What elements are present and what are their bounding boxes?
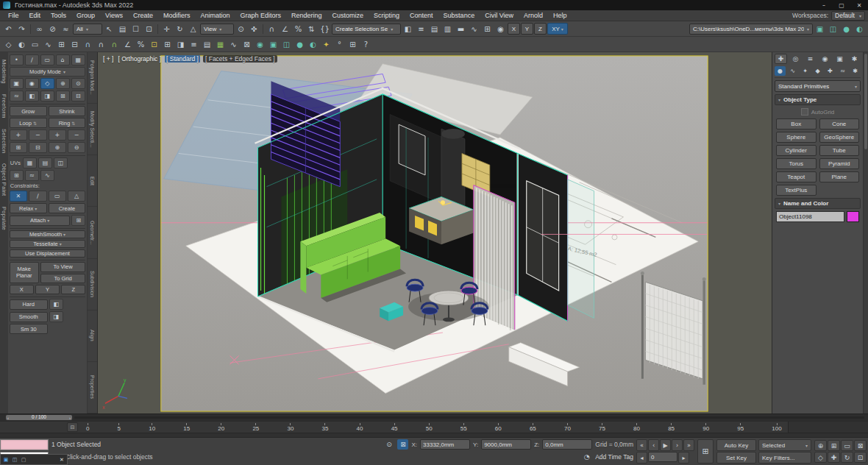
viewport-label-item[interactable]: [ + ] [102,55,114,63]
quick-planar-map-icon[interactable]: ⊞ [10,170,24,181]
frame-tick[interactable]: 30 [287,423,294,432]
primitive-button[interactable]: Sphere [776,132,817,143]
menu-item[interactable]: Content [405,12,438,19]
listener-doc-icon[interactable]: ◫ [11,456,18,464]
category-lights[interactable]: ✦ [800,66,811,76]
frame-tick[interactable]: 60 [495,423,502,432]
spinner-snap-icon[interactable]: ⇅ [305,23,318,35]
modify-mode-dropdown[interactable]: Modify Mode [10,67,86,77]
tab-display[interactable]: ▣ [833,54,846,64]
maximize-viewport-icon[interactable]: ⊡ [854,452,867,463]
name-and-color-rollout[interactable]: Name and Color [775,198,861,209]
relax-uv-icon[interactable]: ∿ [40,170,54,181]
viewport-label-item[interactable]: [ Facets + Edged Faces ] [203,55,277,63]
command-panel-scrollbar[interactable] [863,52,868,413]
menu-item[interactable]: Modifiers [158,12,196,19]
mini-listener-window[interactable]: ▣◫▢ ✕ [0,454,68,465]
isolate-selection-tool-icon[interactable]: ⊡ [148,38,160,50]
hard-button[interactable]: Hard [10,299,48,310]
category-spacewarps[interactable]: ≈ [837,66,848,76]
autogrid-checkbox[interactable] [801,108,808,116]
next-frame-button[interactable]: › [672,439,683,451]
category-helpers[interactable]: ✚ [825,66,836,76]
select-and-move-icon[interactable]: ✛ [160,23,173,35]
category-cameras[interactable]: ◆ [812,66,823,76]
frame-tick[interactable]: 75 [599,423,605,432]
ring-button[interactable]: Ring [49,118,86,128]
maxscript-mini-listener-pink[interactable] [0,439,49,450]
fill-selection-icon[interactable]: ⊖ [68,142,85,153]
edged-faces-icon[interactable]: ⊞ [56,90,70,102]
subobject-element-icon[interactable]: ▦ [71,54,85,65]
make-planar-button[interactable]: Make Planar [10,262,39,283]
menu-item[interactable]: Customize [327,12,369,19]
named-selection-set-combo[interactable]: Create Selection Se [332,24,401,35]
ribbon-section-label[interactable]: Geometr... [88,207,97,258]
menu-item[interactable]: Edit [24,12,46,19]
zoom-icon[interactable]: ⊕ [814,440,827,451]
align-tool-icon[interactable]: ≡ [188,38,200,50]
frame-tick[interactable]: 80 [633,423,640,432]
percent-snap-toggle-icon[interactable]: % [135,38,147,50]
menu-item[interactable]: File [3,12,24,19]
object-color-swatch[interactable] [847,211,859,222]
pan-icon[interactable]: ✚ [828,452,840,463]
time-slider-groove[interactable] [74,416,864,419]
ribbon-tab[interactable]: Populate [1,207,7,230]
frame-tick[interactable]: 95 [737,423,744,432]
select-and-rotate-icon[interactable]: ↻ [174,23,186,35]
window-crossing-icon[interactable]: ⊡ [143,23,155,35]
workspaces-combo[interactable]: Default [831,11,865,21]
viewport-label-item[interactable]: [ Standard ] [165,55,200,63]
select-and-manipulate-icon[interactable]: ✜ [248,23,260,35]
clip-selection-icon[interactable]: ⊟ [71,90,85,102]
to-grid-button[interactable]: To Grid [40,274,86,284]
ribbon-tab[interactable]: Freeform [1,94,7,118]
frame-tick[interactable]: 5 [118,423,121,432]
menu-item[interactable]: Substance [438,12,480,19]
menu-item[interactable]: Rendering [286,12,327,19]
go-to-start-button[interactable]: « [636,439,647,451]
default-tangents-button[interactable]: ⊞ [697,439,714,464]
object-type-rollout[interactable]: Object Type [775,94,861,105]
bind-to-spacewarp-icon[interactable]: ≈ [60,23,72,35]
frame-tick[interactable]: 45 [391,423,398,432]
rectangular-selection-icon[interactable]: ▭ [29,38,41,50]
shaded-faces-icon[interactable]: ▣ [10,78,24,89]
paint-selection-icon[interactable]: ◐ [15,38,28,50]
maximize-button[interactable]: ▢ [833,0,850,10]
layer-manager-icon[interactable]: ▤ [201,38,213,50]
constraint-normal-icon[interactable]: △ [68,191,85,202]
meshsmooth-button[interactable]: MeshSmooth [10,230,86,238]
frame-tick[interactable]: 20 [218,423,224,432]
loop-grow-icon[interactable]: + [10,129,27,141]
edit-named-sets-icon[interactable]: {} [319,23,331,35]
z-constraint-button[interactable]: Z [534,23,547,35]
viewport-label-item[interactable]: [ Orthographic ] [117,55,162,63]
subobject-border-icon[interactable]: ▭ [40,54,54,65]
project-folder-combo[interactable]: C:\Users\ksush\OneD...менты\3ds Max 2022 [689,24,813,35]
tab-motion[interactable]: ◉ [819,54,831,64]
frame-tick[interactable]: 35 [322,423,329,432]
next-time-button[interactable]: ▸ [678,452,689,464]
frame-tick[interactable]: 55 [460,423,467,432]
selection-filter-combo[interactable]: All [73,24,102,35]
xview-icon[interactable]: ≈ [10,90,24,102]
y-coord-field[interactable]: 9000,0mm [481,439,531,450]
play-button[interactable]: ▶ [660,439,671,451]
frame-tick[interactable]: 65 [530,423,536,432]
selection-lock-icon[interactable]: ⊠ [397,439,408,450]
render-iterative-icon[interactable]: ◐ [853,23,866,35]
x-constraint-button[interactable]: X [508,23,520,35]
use-pivot-center-icon[interactable]: ⊙ [235,23,247,35]
select-link-icon[interactable]: ∞ [33,23,46,35]
primitive-button[interactable]: Box [776,118,817,129]
ribbon-tab[interactable]: Selection [1,129,7,154]
planar-y-button[interactable]: Y [35,285,60,294]
dot-ring-icon[interactable]: ⊟ [29,142,46,153]
primitives-combo[interactable]: Standard Primitives [775,80,861,92]
frame-tick[interactable]: 70 [564,423,571,432]
time-slider[interactable]: 0 / 100 [0,413,868,421]
xy-plane-constraint-button[interactable]: XY [547,23,568,35]
rendered-frame-2-icon[interactable]: ◫ [280,38,293,50]
